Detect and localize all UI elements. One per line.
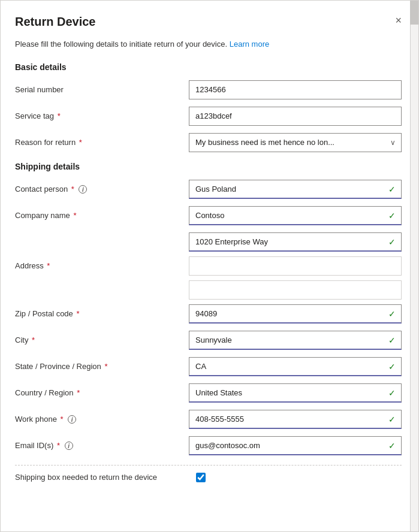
shipping-details-section: Shipping details Contact person * i ✓ Co… [15,162,402,455]
contact-person-check-icon: ✓ [388,185,396,194]
serial-number-label: Serial number [15,85,189,94]
zip-postal-row: Zip / Postal code * ✓ [15,304,402,324]
city-label: City * [15,335,189,344]
basic-details-title: Basic details [15,62,402,72]
state-province-label: State / Province / Region * [15,362,189,371]
reason-field: My business need is met hence no lon... [189,133,402,152]
work-phone-input[interactable] [189,410,402,429]
modal-description: Please fill the following details to ini… [15,38,402,50]
email-ids-input[interactable] [189,436,402,455]
city-check-icon: ✓ [388,335,396,345]
reason-select[interactable]: My business need is met hence no lon... [189,133,402,152]
email-ids-row: Email ID(s) * i ✓ [15,436,402,455]
modal-header: Return Device × [15,15,402,29]
company-name-check-icon: ✓ [388,211,396,220]
shipping-box-row: Shipping box needed to return the device [15,465,402,482]
service-tag-input[interactable] [189,107,402,126]
scrollbar[interactable] [410,1,418,531]
serial-number-field [189,80,402,99]
city-row: City * ✓ [15,331,402,350]
modal: Return Device × Please fill the followin… [0,0,419,532]
company-name-row: Company name * ✓ [15,206,402,225]
shipping-box-checkbox[interactable] [196,473,206,482]
address-line3-input[interactable] [189,280,402,300]
service-tag-label: Service tag * [15,111,189,120]
state-province-input[interactable] [189,357,402,376]
address-line2-input[interactable] [189,256,402,276]
country-region-row: Country / Region * ✓ [15,383,402,403]
modal-title: Return Device [15,15,96,29]
reason-label: Reason for return * [15,138,189,147]
reason-for-return-row: Reason for return * My business need is … [15,133,402,152]
city-input[interactable] [189,331,402,350]
serial-number-input[interactable] [189,80,402,99]
country-region-label: Country / Region * [15,388,189,397]
address-label: Address * [15,261,189,270]
address-line2-wrapper [189,256,402,276]
state-province-row: State / Province / Region * ✓ [15,357,402,376]
address-line1-input[interactable] [189,232,402,252]
close-button[interactable]: × [395,15,402,26]
email-ids-check-icon: ✓ [388,441,396,451]
city-field: ✓ [189,331,402,350]
contact-person-field: ✓ [189,180,402,199]
email-ids-label: Email ID(s) * i [15,441,189,451]
country-region-check-icon: ✓ [388,388,396,398]
address-line3-wrapper [189,280,402,300]
contact-person-input[interactable] [189,180,402,199]
serial-number-row: Serial number [15,80,402,99]
company-name-input[interactable] [189,206,402,225]
email-ids-field: ✓ [189,436,402,455]
zip-postal-label: Zip / Postal code * [15,309,189,318]
address-line1-check-icon: ✓ [388,237,396,247]
address-line1-wrapper: ✓ [189,232,402,252]
shipping-box-label: Shipping box needed to return the device [15,473,189,482]
address-field: ✓ [189,232,402,300]
service-tag-row: Service tag * [15,107,402,126]
country-region-field: ✓ [189,383,402,403]
company-name-label: Company name * [15,211,189,220]
work-phone-check-icon: ✓ [388,415,396,424]
work-phone-label: Work phone * i [15,415,189,424]
shipping-details-title: Shipping details [15,162,402,171]
work-phone-row: Work phone * i ✓ [15,410,402,429]
zip-postal-input[interactable] [189,304,402,324]
contact-person-info-icon[interactable]: i [79,185,87,194]
work-phone-field: ✓ [189,410,402,429]
contact-person-label: Contact person * i [15,185,189,194]
zip-postal-field: ✓ [189,304,402,324]
company-name-field: ✓ [189,206,402,225]
contact-person-row: Contact person * i ✓ [15,180,402,199]
work-phone-info-icon[interactable]: i [68,415,76,424]
learn-more-link[interactable]: Learn more [230,40,269,49]
zip-postal-check-icon: ✓ [388,309,396,319]
email-ids-info-icon[interactable]: i [65,442,73,450]
service-tag-field [189,107,402,126]
country-region-input[interactable] [189,383,402,403]
scrollbar-thumb[interactable] [410,1,418,25]
address-row: Address * ✓ [15,232,402,300]
state-province-field: ✓ [189,357,402,376]
state-province-check-icon: ✓ [388,362,396,371]
basic-details-section: Basic details Serial number Service tag … [15,62,402,152]
